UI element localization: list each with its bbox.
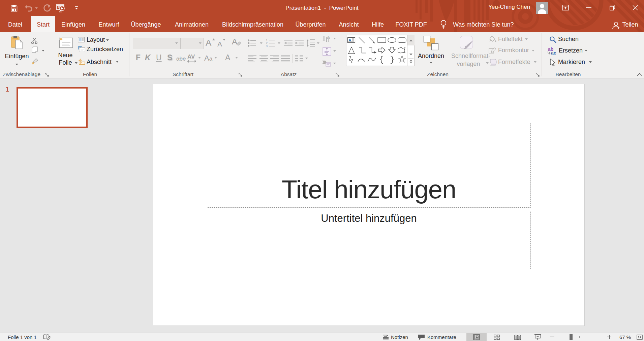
svg-text:A: A <box>327 35 330 40</box>
svg-text:3: 3 <box>266 44 268 47</box>
svg-text:A: A <box>348 38 351 42</box>
